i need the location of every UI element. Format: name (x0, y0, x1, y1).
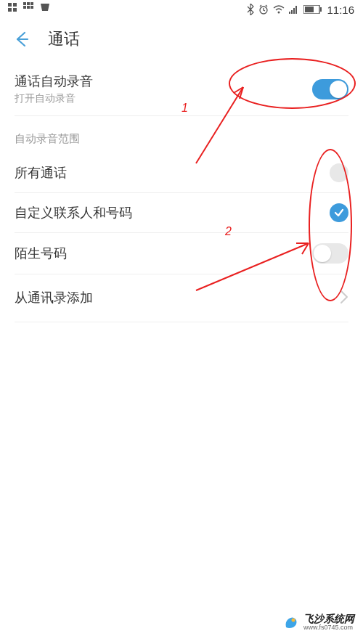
svg-rect-5 (27, 2, 30, 5)
svg-point-19 (292, 618, 295, 621)
svg-point-11 (278, 12, 280, 14)
check-icon (333, 207, 345, 219)
back-arrow-icon (12, 30, 30, 49)
section-header-scope: 自动录音范围 (0, 116, 363, 153)
svg-rect-3 (13, 8, 17, 12)
app-icon-1 (7, 2, 17, 12)
svg-rect-18 (320, 7, 322, 12)
battery-icon (303, 5, 322, 14)
auto-record-subtitle: 打开自动录音 (15, 92, 312, 105)
settings-list: 通话自动录音 打开自动录音 自动录音范围 所有通话 自定义联系人和号码 陌生号码… (0, 60, 363, 325)
radio-all-calls[interactable] (330, 163, 348, 182)
auto-record-toggle[interactable] (312, 79, 348, 99)
divider (15, 322, 348, 322)
signal-icon (289, 5, 299, 14)
svg-rect-0 (8, 3, 12, 7)
chevron-right-icon (340, 290, 348, 307)
option-custom-contacts-label: 自定义联系人和号码 (15, 204, 132, 222)
page-title: 通话 (48, 28, 80, 50)
auto-record-main: 通话自动录音 打开自动录音 (15, 73, 312, 105)
svg-rect-13 (291, 10, 293, 14)
stranger-toggle[interactable] (312, 243, 348, 264)
add-from-contacts-row[interactable]: 从通讯录添加 (0, 274, 363, 322)
svg-rect-9 (30, 6, 33, 9)
toggle-knob (314, 245, 331, 262)
svg-rect-1 (8, 8, 12, 12)
auto-record-row[interactable]: 通话自动录音 打开自动录音 (0, 62, 363, 115)
svg-rect-17 (305, 7, 314, 12)
app-icon-3 (39, 2, 51, 12)
app-icon-2 (23, 2, 33, 12)
svg-rect-12 (289, 12, 290, 14)
watermark: 飞沙系统网 www.fs0745.com (283, 614, 354, 631)
svg-rect-6 (30, 2, 33, 5)
page-header: 通话 (0, 19, 363, 60)
alarm-icon (258, 4, 269, 15)
svg-rect-2 (13, 3, 17, 7)
wifi-icon (273, 5, 285, 14)
radio-custom-contacts[interactable] (330, 203, 348, 222)
status-time: 11:16 (327, 4, 354, 16)
status-left-icons (7, 2, 51, 12)
svg-rect-4 (23, 2, 26, 5)
back-button[interactable] (12, 30, 30, 49)
option-stranger-numbers[interactable]: 陌生号码 (0, 233, 363, 274)
option-all-calls-label: 所有通话 (15, 164, 67, 182)
svg-rect-14 (293, 8, 295, 14)
watermark-logo-icon (283, 614, 299, 630)
svg-rect-7 (23, 6, 26, 9)
option-stranger-numbers-label: 陌生号码 (15, 245, 67, 263)
watermark-text: 飞沙系统网 www.fs0745.com (303, 614, 354, 631)
add-from-contacts-label: 从通讯录添加 (15, 289, 93, 307)
option-custom-contacts[interactable]: 自定义联系人和号码 (0, 193, 363, 232)
watermark-title: 飞沙系统网 (303, 614, 354, 624)
status-bar: 11:16 (0, 0, 363, 19)
watermark-url: www.fs0745.com (303, 624, 354, 631)
toggle-knob (330, 81, 347, 98)
option-all-calls[interactable]: 所有通话 (0, 153, 363, 192)
bluetooth-icon (247, 4, 254, 15)
auto-record-title: 通话自动录音 (15, 73, 312, 91)
svg-rect-15 (295, 6, 297, 14)
svg-rect-8 (27, 6, 30, 9)
